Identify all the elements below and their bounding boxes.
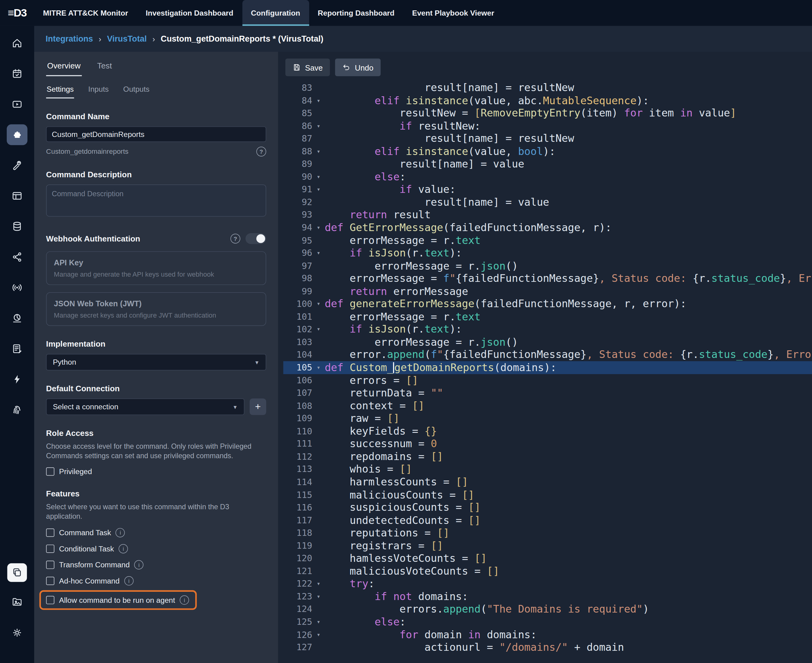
nav-event-playbook-viewer[interactable]: Event Playbook Viewer bbox=[403, 0, 503, 26]
info-icon[interactable]: i bbox=[118, 544, 128, 553]
line-number[interactable]: 92 bbox=[283, 196, 312, 209]
code-line[interactable]: 113 whois = [] bbox=[283, 463, 812, 476]
line-number[interactable]: 110 bbox=[283, 425, 312, 438]
tab-overview[interactable]: Overview bbox=[46, 59, 82, 76]
code-line[interactable]: 102▾ if isJson(r.text): bbox=[283, 323, 812, 336]
code-line[interactable]: 127 actionurl = "/domains/" + domain bbox=[283, 641, 812, 654]
code-line[interactable]: 118 reputations = [] bbox=[283, 527, 812, 540]
feature-conditional-task[interactable]: Conditional Taski bbox=[46, 544, 266, 553]
line-number[interactable]: 104 bbox=[283, 348, 312, 361]
code-line[interactable]: 115 maliciousCounts = [] bbox=[283, 488, 812, 501]
code-line[interactable]: 125▾ else: bbox=[283, 616, 812, 629]
code-line[interactable]: 120 hamlessVoteCounts = [] bbox=[283, 552, 812, 565]
wrench-icon[interactable] bbox=[7, 155, 27, 176]
document-pencil-icon[interactable] bbox=[7, 338, 27, 359]
implementation-select[interactable]: Python ▼ bbox=[46, 354, 266, 370]
subtab-inputs[interactable]: Inputs bbox=[88, 84, 109, 99]
undo-button[interactable]: Undo bbox=[335, 59, 381, 76]
code-line[interactable]: 117 undetectedCounts = [] bbox=[283, 514, 812, 527]
code-line[interactable]: 122▾ try: bbox=[283, 577, 812, 590]
line-number[interactable]: 123 bbox=[283, 590, 312, 603]
code-line[interactable]: 103 errorMessage = r.json() bbox=[283, 336, 812, 348]
default-connection-select[interactable]: Select a connection ▼ bbox=[46, 399, 244, 415]
fold-icon[interactable]: ▾ bbox=[312, 94, 325, 107]
info-icon[interactable]: i bbox=[180, 595, 189, 605]
code-line[interactable]: 104 error.append(f"{failedFunctionMessag… bbox=[283, 348, 812, 361]
code-line[interactable]: 86▾ if resultNew: bbox=[283, 120, 812, 133]
code-line[interactable]: 110 keyFields = {} bbox=[283, 425, 812, 438]
nav-mitre-att-ck-monitor[interactable]: MITRE ATT&CK Monitor bbox=[34, 0, 137, 26]
line-number[interactable]: 103 bbox=[283, 336, 312, 348]
subtab-outputs[interactable]: Outputs bbox=[123, 84, 150, 99]
fold-icon[interactable]: ▾ bbox=[312, 628, 325, 641]
checkbox[interactable] bbox=[46, 561, 54, 569]
home-icon[interactable] bbox=[7, 33, 27, 53]
line-number[interactable]: 96 bbox=[283, 247, 312, 260]
line-number[interactable]: 102 bbox=[283, 323, 312, 336]
line-number[interactable]: 111 bbox=[283, 437, 312, 450]
tab-test[interactable]: Test bbox=[96, 59, 113, 76]
code-line[interactable]: 112 repdomains = [] bbox=[283, 450, 812, 463]
share-nodes-icon[interactable] bbox=[7, 247, 27, 267]
code-line[interactable]: 85 resultNew = [RemoveEmptyEntry(item) f… bbox=[283, 107, 812, 120]
feature-allow-command-to-be-run-on-agent[interactable]: Allow command to be run on agenti bbox=[39, 590, 197, 610]
pie-icon[interactable] bbox=[7, 308, 27, 328]
line-number[interactable]: 121 bbox=[283, 564, 312, 577]
fold-icon[interactable]: ▾ bbox=[312, 298, 325, 310]
checkbox[interactable] bbox=[46, 596, 54, 604]
line-number[interactable]: 105 bbox=[283, 361, 312, 374]
line-number[interactable]: 115 bbox=[283, 488, 312, 501]
code-line[interactable]: 114 harmlessCounts = [] bbox=[283, 475, 812, 488]
checkbox[interactable] bbox=[46, 529, 54, 537]
line-number[interactable]: 124 bbox=[283, 603, 312, 616]
info-icon[interactable]: i bbox=[134, 560, 144, 569]
code-line[interactable]: 119 registrars = [] bbox=[283, 539, 812, 552]
line-number[interactable]: 94 bbox=[283, 221, 312, 234]
info-icon[interactable]: i bbox=[124, 576, 134, 586]
fingerprint-icon[interactable] bbox=[7, 399, 27, 420]
privileged-checkbox-row[interactable]: Privileged bbox=[46, 467, 266, 475]
code-line[interactable]: 121 maliciousVoteCounts = [] bbox=[283, 564, 812, 577]
code-line[interactable]: 97 errorMessage = r.json() bbox=[283, 260, 812, 272]
code-line[interactable]: 126▾ for domain in domains: bbox=[283, 628, 812, 641]
fold-icon[interactable]: ▾ bbox=[312, 170, 325, 183]
line-number[interactable]: 89 bbox=[283, 158, 312, 171]
fold-icon[interactable]: ▾ bbox=[312, 145, 325, 158]
line-number[interactable]: 97 bbox=[283, 260, 312, 272]
line-number[interactable]: 126 bbox=[283, 628, 312, 641]
code-line[interactable]: 111 successnum = 0 bbox=[283, 437, 812, 450]
code-line[interactable]: 90▾ else: bbox=[283, 170, 812, 183]
code-line[interactable]: 83 result[name] = resultNew bbox=[283, 81, 812, 94]
fold-icon[interactable]: ▾ bbox=[312, 590, 325, 603]
help-icon[interactable]: ? bbox=[256, 147, 266, 157]
code-line[interactable]: 107 returnData = "" bbox=[283, 386, 812, 399]
line-number[interactable]: 114 bbox=[283, 475, 312, 488]
code-line[interactable]: 100▾def generateErrorMessage(failedFunct… bbox=[283, 298, 812, 310]
line-number[interactable]: 122 bbox=[283, 577, 312, 590]
line-number[interactable]: 88 bbox=[283, 145, 312, 158]
line-number[interactable]: 117 bbox=[283, 514, 312, 527]
line-number[interactable]: 99 bbox=[283, 285, 312, 298]
lightning-icon[interactable] bbox=[7, 369, 27, 390]
code-line[interactable]: 89 result[name] = value bbox=[283, 158, 812, 171]
puzzle-icon[interactable] bbox=[7, 125, 27, 145]
gear-icon[interactable] bbox=[7, 623, 27, 643]
fold-icon[interactable]: ▾ bbox=[312, 120, 325, 133]
image-folder-icon[interactable] bbox=[7, 592, 27, 613]
code-line[interactable]: 84▾ elif isinstance(value, abc.MutableSe… bbox=[283, 94, 812, 107]
line-number[interactable]: 125 bbox=[283, 616, 312, 629]
database-icon[interactable] bbox=[7, 216, 27, 237]
fold-icon[interactable]: ▾ bbox=[312, 221, 325, 234]
line-number[interactable]: 118 bbox=[283, 527, 312, 540]
save-button[interactable]: Save bbox=[285, 59, 330, 76]
line-number[interactable]: 113 bbox=[283, 463, 312, 476]
code-line[interactable]: 91▾ if value: bbox=[283, 183, 812, 196]
breadcrumb-integrations[interactable]: Integrations bbox=[45, 34, 93, 44]
nav-configuration[interactable]: Configuration bbox=[242, 0, 309, 26]
line-number[interactable]: 119 bbox=[283, 539, 312, 552]
line-number[interactable]: 109 bbox=[283, 412, 312, 425]
info-icon[interactable]: i bbox=[116, 528, 125, 537]
line-number[interactable]: 106 bbox=[283, 374, 312, 386]
code-line[interactable]: 101 errorMessage = r.text bbox=[283, 310, 812, 323]
code-line[interactable]: 105▾def Custom_getDomainReports(domains)… bbox=[283, 361, 812, 374]
